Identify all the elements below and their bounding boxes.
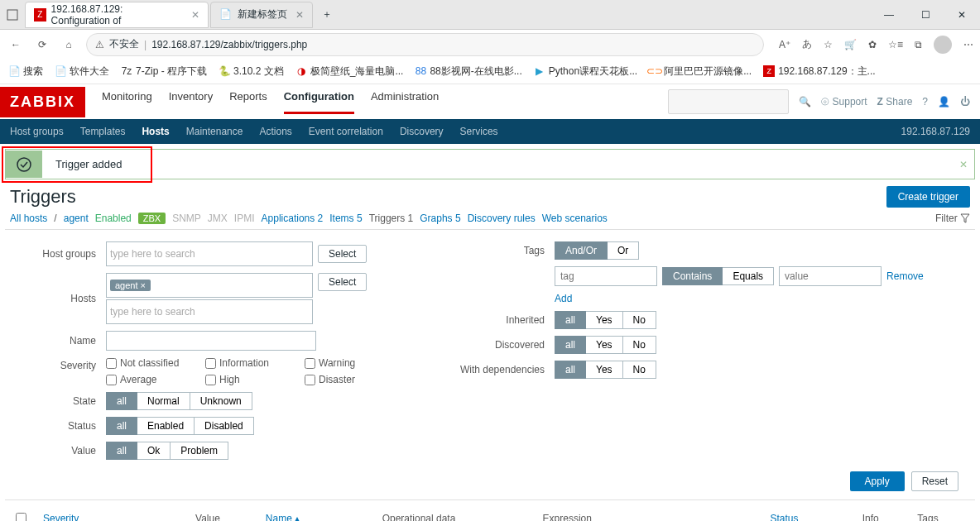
chk-warn[interactable]: Warning [305,357,387,369]
seg-status[interactable]: allEnabledDisabled [106,417,254,435]
chk-nc[interactable]: Not classified [106,357,197,369]
chk-dis[interactable]: Disaster [305,374,387,385]
bookmark-python-course[interactable]: ▶Python课程天花板... [534,65,637,79]
crumb-discovery[interactable]: Discovery rules [468,213,536,224]
more-icon[interactable]: ⋯ [963,39,973,50]
tab-2[interactable]: 📄 新建标签页 ✕ [210,2,313,28]
menu-administration[interactable]: Administration [371,90,439,114]
zabbix-logo[interactable]: ZABBIX [0,87,85,117]
chk-high[interactable]: High [205,374,296,385]
label-tags: Tags [454,245,545,256]
input-tag[interactable] [555,266,657,286]
link-remove-tag[interactable]: Remove [886,270,924,282]
menu-monitoring[interactable]: Monitoring [102,90,152,114]
chk-avg[interactable]: Average [106,374,197,385]
sub-actions[interactable]: Actions [259,126,291,137]
translate-icon[interactable]: あ [802,37,812,51]
chk-info[interactable]: Information [205,357,296,369]
select-hostgroups-button[interactable]: Select [318,245,367,263]
bookmark-zabbix-host[interactable]: Z192.168.87.129：主... [763,65,875,79]
col-value: Value [189,505,259,521]
bookmark-7zip[interactable]: 7z7-Zip - 程序下载 [121,65,207,79]
apply-button[interactable]: Apply [850,471,905,491]
label-severity: Severity [22,357,96,371]
ms-hosts[interactable]: agent × [106,273,313,298]
seg-tags-mode[interactable]: And/OrOr [555,241,639,260]
check-all[interactable] [16,513,26,521]
sub-hosts[interactable]: Hosts [142,126,169,137]
seg-tag-op[interactable]: ContainsEquals [662,267,774,285]
select-hosts-button[interactable]: Select [318,273,367,291]
new-tab-button[interactable]: ＋ [318,6,336,24]
pill-jmx: JMX [208,213,228,224]
bookmark-wallpaper[interactable]: ◑极简壁纸_海量电脑... [295,65,404,79]
alert-close-icon[interactable]: ✕ [959,159,968,170]
tab-1[interactable]: Z 192.168.87.129: Configuration of ✕ [25,2,209,28]
support-link[interactable]: ⦾ Support [821,96,867,108]
sub-services[interactable]: Services [460,126,498,137]
seg-inherited[interactable]: allYesNo [555,311,656,329]
share-link[interactable]: Z Share [877,96,913,108]
back-button[interactable]: ← [7,36,25,54]
read-aloud-icon[interactable]: A⁺ [779,39,790,50]
link-add-tag[interactable]: Add [555,293,572,304]
col-severity[interactable]: Severity [43,513,79,522]
bookmark-search[interactable]: 📄搜索 [8,65,43,79]
crumb-triggers: Triggers 1 [369,213,414,224]
sub-eventcorr[interactable]: Event correlation [309,126,383,137]
filter-toggle[interactable]: Filter [935,213,970,224]
bookmark-software[interactable]: 📄软件大全 [55,65,109,79]
menu-reports[interactable]: Reports [229,90,267,114]
power-icon[interactable]: ⏻ [960,96,970,108]
bookmark-python-doc[interactable]: 🐍3.10.2 文档 [219,65,284,79]
ms-hostgroups[interactable]: type here to search [106,241,313,266]
menu-inventory[interactable]: Inventory [169,90,213,114]
menu-configuration[interactable]: Configuration [284,90,354,114]
seg-value[interactable]: allOkProblem [106,442,228,460]
home-button[interactable]: ⌂ [60,36,78,54]
zabbix-search-input[interactable] [668,89,789,114]
pill-snmp: SNMP [172,213,201,224]
crumb-agent[interactable]: agent [64,213,89,224]
collections-icon[interactable]: ⧉ [915,39,922,50]
user-icon[interactable]: 👤 [938,96,950,108]
seg-withdep[interactable]: allYesNo [555,361,656,379]
bookmark-88movie[interactable]: 8888影视网-在线电影... [415,65,521,79]
maximize-button[interactable]: ☐ [907,2,944,27]
shopping-icon[interactable]: 🛒 [844,39,857,50]
favorites-bar-icon[interactable]: ☆≡ [888,39,903,50]
search-icon[interactable]: 🔍 [799,96,811,108]
crumb-web[interactable]: Web scenarios [542,213,608,224]
favorite-icon[interactable]: ☆ [824,39,833,50]
refresh-button[interactable]: ⟳ [33,36,51,54]
reset-button[interactable]: Reset [911,471,958,491]
close-icon[interactable]: ✕ [295,9,304,21]
sub-discovery[interactable]: Discovery [400,126,444,137]
bookmark-aliyun[interactable]: ⊂⊃阿里巴巴开源镜像... [649,65,752,79]
url-text: 192.168.87.129/zabbix/triggers.php [151,39,307,50]
crumb-graphs[interactable]: Graphs 5 [420,213,460,224]
close-icon[interactable]: ✕ [191,9,199,21]
minimize-button[interactable]: — [871,2,907,27]
tab-actions-icon[interactable] [3,6,22,24]
sub-maintenance[interactable]: Maintenance [186,126,243,137]
sub-hostgroups[interactable]: Host groups [10,126,64,137]
close-button[interactable]: ✕ [944,2,980,27]
url-input[interactable]: ⚠ 不安全 | 192.168.87.129/zabbix/triggers.p… [86,33,764,56]
host-tag-agent[interactable]: agent × [110,280,151,291]
extensions-icon[interactable]: ✿ [868,39,877,50]
seg-discovered[interactable]: allYesNo [555,336,656,354]
crumb-items[interactable]: Items 5 [329,213,362,224]
sub-templates[interactable]: Templates [80,126,126,137]
crumb-allhosts[interactable]: All hosts [10,213,47,224]
col-status[interactable]: Status [770,513,798,522]
input-name[interactable] [106,331,316,351]
seg-state[interactable]: allNormalUnknown [106,392,252,410]
create-trigger-button[interactable]: Create trigger [886,186,970,208]
col-name[interactable]: Name ▴ [266,513,300,522]
crumb-apps[interactable]: Applications 2 [262,213,324,224]
ms-hosts-input[interactable]: type here to search [106,299,313,324]
profile-icon[interactable] [934,36,952,54]
help-icon[interactable]: ? [922,96,928,108]
input-tag-value[interactable] [779,266,882,286]
